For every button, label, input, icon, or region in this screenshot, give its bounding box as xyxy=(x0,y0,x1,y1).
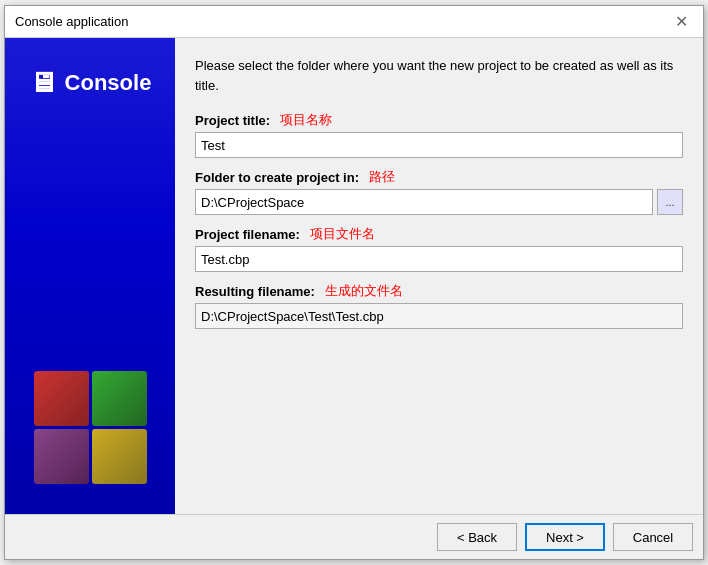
resulting-filename-row xyxy=(195,303,683,329)
back-button[interactable]: < Back xyxy=(437,523,517,551)
project-title-group: Project title: 项目名称 xyxy=(195,111,683,158)
project-filename-label: Project filename: 项目文件名 xyxy=(195,225,683,243)
browse-button[interactable]: ... xyxy=(657,189,683,215)
button-bar: < Back Next > Cancel xyxy=(5,514,703,559)
left-panel: 🖥 Console xyxy=(5,38,175,514)
project-title-label: Project title: 项目名称 xyxy=(195,111,683,129)
cancel-button[interactable]: Cancel xyxy=(613,523,693,551)
folder-path-annotation: 路径 xyxy=(369,168,395,186)
cube-logo xyxy=(34,371,147,484)
project-title-label-text: Project title: xyxy=(195,113,270,128)
resulting-filename-label: Resulting filename: 生成的文件名 xyxy=(195,282,683,300)
console-application-dialog: Console application ✕ 🖥 Console Please s… xyxy=(4,5,704,560)
resulting-filename-input xyxy=(195,303,683,329)
console-icon: 🖥 xyxy=(29,66,57,99)
cube-red xyxy=(34,371,89,426)
right-panel: Please select the folder where you want … xyxy=(175,38,703,514)
project-filename-label-text: Project filename: xyxy=(195,227,300,242)
close-button[interactable]: ✕ xyxy=(669,10,693,34)
console-text: Console xyxy=(65,70,152,96)
resulting-filename-group: Resulting filename: 生成的文件名 xyxy=(195,282,683,329)
project-filename-group: Project filename: 项目文件名 xyxy=(195,225,683,272)
console-header: 🖥 Console xyxy=(29,66,152,99)
project-title-input[interactable] xyxy=(195,132,683,158)
folder-path-input[interactable] xyxy=(195,189,653,215)
folder-path-label: Folder to create project in: 路径 xyxy=(195,168,683,186)
project-filename-input[interactable] xyxy=(195,246,683,272)
dialog-title: Console application xyxy=(15,14,128,29)
cube-purple xyxy=(34,429,89,484)
project-title-annotation: 项目名称 xyxy=(280,111,332,129)
intro-text: Please select the folder where you want … xyxy=(195,56,683,95)
project-title-row xyxy=(195,132,683,158)
resulting-filename-label-text: Resulting filename: xyxy=(195,284,315,299)
folder-path-label-text: Folder to create project in: xyxy=(195,170,359,185)
resulting-filename-annotation: 生成的文件名 xyxy=(325,282,403,300)
folder-path-row: ... xyxy=(195,189,683,215)
dialog-body: 🖥 Console Please select the folder where… xyxy=(5,38,703,514)
cube-green xyxy=(92,371,147,426)
cube-yellow xyxy=(92,429,147,484)
next-button[interactable]: Next > xyxy=(525,523,605,551)
project-filename-row xyxy=(195,246,683,272)
project-filename-annotation: 项目文件名 xyxy=(310,225,375,243)
folder-path-group: Folder to create project in: 路径 ... xyxy=(195,168,683,215)
title-bar: Console application ✕ xyxy=(5,6,703,38)
